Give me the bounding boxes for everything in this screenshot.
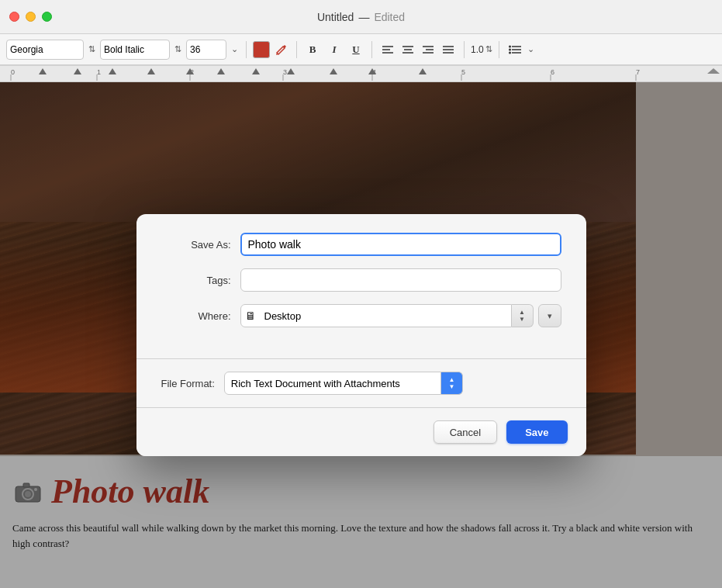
file-format-label: File Format: [161,378,215,389]
align-justify-button[interactable] [439,40,458,59]
pen-icon[interactable] [273,41,290,58]
font-family-select[interactable]: Georgia [6,40,84,60]
svg-marker-41 [252,68,260,74]
modal-separator-1 [136,358,586,359]
save-as-input[interactable] [240,233,561,256]
list-arrows[interactable]: ⌄ [527,44,534,54]
where-row: Where: 🖥 Desktop ▲ ▼ ▾ [161,304,561,327]
title-bar: Untitled — Edited [0,0,722,34]
save-dialog: Save As: Tags: Where: 🖥 [136,214,586,456]
svg-text:7: 7 [636,68,640,76]
minimize-button[interactable] [26,12,36,22]
separator-3 [371,41,372,58]
where-stepper[interactable]: ▲ ▼ [512,304,534,327]
close-button[interactable] [9,12,19,22]
alignment-group [378,40,458,59]
file-format-row: File Format: Rich Text Document with Att… [136,372,586,407]
align-center-button[interactable] [399,40,417,59]
font-family-arrows: ⇅ [88,44,95,54]
ruler: 0 1 2 3 4 5 6 7 [0,65,722,82]
window-title: Untitled — Edited [317,11,405,23]
chevron-down-icon: ▾ [548,311,552,321]
format-stepper-up: ▲ [448,377,454,383]
list-button[interactable] [506,40,524,59]
maximize-button[interactable] [42,12,52,22]
svg-marker-46 [707,68,720,74]
formatting-toolbar: Georgia ⇅ Bold Italic ⇅ 36 ⌄ B I U [0,34,722,65]
save-as-row: Save As: [161,233,561,256]
svg-text:1: 1 [97,68,101,76]
svg-point-17 [509,51,511,54]
tags-input[interactable] [240,268,561,292]
document-background: Photo walk Came across this beautiful wa… [0,82,722,588]
tags-row: Tags: [161,268,561,292]
font-size-select[interactable]: 36 [186,40,226,60]
underline-button[interactable]: U [347,40,365,59]
traffic-lights [9,12,52,22]
line-spacing-control: 1.0 ⇅ [471,44,492,55]
line-spacing-arrows[interactable]: ⇅ [485,44,492,54]
where-label: Where: [161,310,231,322]
save-as-label: Save As: [161,239,231,251]
font-style-arrows: ⇅ [174,44,181,54]
svg-text:5: 5 [461,68,465,76]
svg-marker-43 [330,68,337,74]
svg-point-15 [509,45,511,47]
separator-5 [499,41,499,58]
tags-label: Tags: [161,275,231,286]
svg-marker-38 [147,68,155,74]
align-right-button[interactable] [419,40,437,59]
document-area: Photo walk Came across this beautiful wa… [0,82,722,588]
desktop-folder-icon: 🖥 [245,310,256,322]
align-left-button[interactable] [378,40,397,59]
svg-text:3: 3 [283,68,287,76]
where-select[interactable]: Desktop [240,304,512,327]
stepper-down-arrow: ▼ [519,316,525,323]
modal-overlay: Save As: Tags: Where: 🖥 [0,82,722,588]
where-expand-button[interactable]: ▾ [538,304,561,327]
svg-marker-36 [74,68,81,74]
file-format-select[interactable]: Rich Text Document with Attachments Rich… [224,372,441,395]
font-color-swatch[interactable] [253,41,270,58]
font-size-arrows: ⌄ [231,44,238,54]
document-title: Untitled [317,11,354,23]
format-stepper-down: ▼ [448,384,454,390]
stepper-up-arrow: ▲ [519,310,525,316]
separator-1 [246,41,247,58]
separator-2 [296,41,297,58]
bold-button[interactable]: B [303,40,322,59]
svg-marker-40 [217,68,225,74]
modal-content: Save As: Tags: Where: 🖥 [136,214,586,346]
italic-button[interactable]: I [325,40,344,59]
file-format-select-wrapper: Rich Text Document with Attachments Rich… [224,372,463,395]
edit-status: Edited [374,11,405,23]
svg-text:6: 6 [551,68,554,76]
modal-footer: Cancel Save [136,408,586,456]
cancel-button[interactable]: Cancel [434,420,497,444]
file-format-stepper[interactable]: ▲ ▼ [441,372,463,395]
line-spacing-value: 1.0 [471,44,484,55]
svg-marker-37 [109,68,116,74]
where-select-container: 🖥 Desktop ▲ ▼ [240,304,534,327]
svg-marker-35 [39,68,47,74]
save-button[interactable]: Save [506,420,567,444]
svg-marker-45 [419,68,427,74]
svg-text:0: 0 [11,68,15,76]
title-separator: — [358,11,369,23]
font-style-select[interactable]: Bold Italic [100,40,170,60]
separator-4 [464,41,465,58]
svg-point-16 [509,48,511,50]
svg-marker-42 [287,68,295,74]
